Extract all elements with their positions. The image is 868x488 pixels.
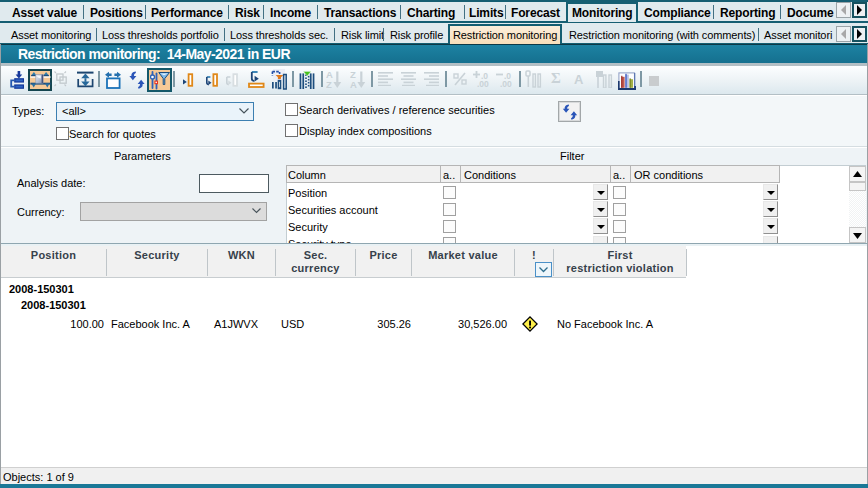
svg-text:.00: .00 bbox=[477, 79, 489, 88]
svg-text:A: A bbox=[350, 79, 357, 90]
svg-text:Z: Z bbox=[326, 79, 332, 90]
svg-text:.00: .00 bbox=[500, 79, 512, 88]
